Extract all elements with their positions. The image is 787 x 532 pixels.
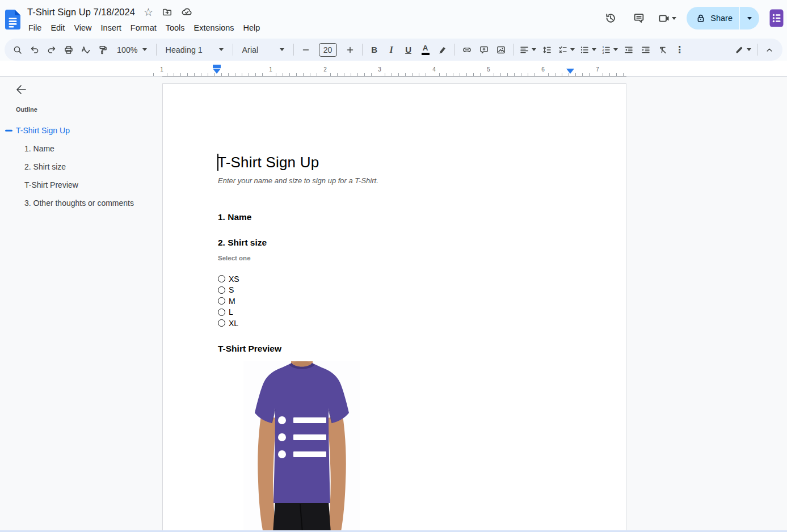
outline-item-3-other-thoughts-or-comments[interactable]: 3. Other thoughts or comments — [0, 194, 154, 212]
version-history-icon[interactable] — [599, 6, 622, 30]
ruler-tick — [514, 73, 515, 76]
underline-icon[interactable]: U — [401, 41, 416, 58]
tshirt-preview-image[interactable] — [243, 361, 360, 532]
font-size-input[interactable]: 20 — [315, 41, 341, 58]
menu-extensions[interactable]: Extensions — [190, 21, 239, 35]
search-icon[interactable] — [10, 41, 26, 58]
outline-list: T-Shirt Sign Up1. Name2. Shirt sizeT-Shi… — [0, 121, 154, 212]
ruler-tick — [296, 73, 297, 76]
radio-circle-icon[interactable] — [218, 297, 225, 305]
document-canvas: Outline T-Shirt Sign Up1. Name2. Shirt s… — [0, 77, 787, 532]
menu-file[interactable]: File — [24, 21, 46, 35]
insert-link-icon[interactable] — [459, 41, 475, 58]
font-size-decrease-icon[interactable] — [298, 41, 314, 58]
more-options-icon[interactable]: ⋮ — [672, 41, 688, 58]
move-to-folder-icon[interactable] — [162, 7, 172, 18]
document-title[interactable]: T-Shirt Sign Up 7/18/2024 — [27, 7, 135, 18]
paint-format-icon[interactable] — [95, 41, 111, 58]
clear-formatting-icon[interactable] — [655, 41, 671, 58]
outline-heading: Outline — [16, 106, 37, 113]
ruler-tick — [317, 73, 317, 76]
decrease-indent-icon[interactable] — [621, 41, 637, 58]
cloud-saved-icon[interactable] — [181, 6, 192, 18]
menu-bar: FileEditViewInsertFormatToolsExtensionsH… — [24, 21, 264, 35]
doc-heading-title[interactable]: T-Shirt Sign Up — [217, 154, 319, 171]
radio-circle-icon[interactable] — [218, 275, 225, 282]
font-size-increase-icon[interactable] — [342, 41, 358, 58]
toolbar-divider — [362, 44, 363, 56]
ruler-tick — [364, 73, 365, 76]
outline-item-2-shirt-size[interactable]: 2. Shirt size — [0, 158, 154, 176]
outline-item-t-shirt-sign-up[interactable]: T-Shirt Sign Up — [0, 121, 154, 140]
ruler-tick — [623, 73, 624, 76]
ruler-tick — [473, 73, 474, 76]
zoom-select[interactable]: 100% — [112, 41, 152, 58]
doc-heading-name[interactable]: 1. Name — [218, 212, 251, 222]
ruler-tick — [446, 73, 447, 76]
bulleted-list-icon[interactable] — [578, 41, 598, 58]
doc-heading-shirt-size[interactable]: 2. Shirt size — [218, 238, 267, 248]
numbered-list-icon[interactable]: 123 — [599, 41, 620, 58]
align-icon[interactable] — [517, 41, 538, 58]
doc-subtitle-text[interactable]: Enter your name and size to sign up for … — [218, 176, 378, 185]
highlight-color-icon[interactable] — [435, 41, 451, 58]
styles-select[interactable]: Heading 1 — [161, 41, 229, 58]
open-comments-icon[interactable] — [627, 6, 651, 30]
outline-item-label: T-Shirt Sign Up — [16, 126, 70, 135]
share-button[interactable]: Share — [687, 7, 739, 29]
ruler-tick — [616, 73, 617, 76]
ruler-tick — [528, 73, 528, 76]
add-comment-icon[interactable] — [476, 41, 492, 58]
google-docs-logo-icon[interactable] — [5, 10, 20, 29]
star-icon[interactable]: ☆ — [144, 7, 153, 18]
first-line-indent-marker[interactable] — [213, 65, 221, 68]
video-call-caret-icon[interactable] — [672, 17, 676, 20]
menu-view[interactable]: View — [69, 21, 96, 35]
outline-item-1-name[interactable]: 1. Name — [0, 140, 154, 158]
ruler-tick — [412, 73, 413, 76]
share-options-caret[interactable] — [739, 7, 759, 29]
font-select[interactable]: Arial — [237, 41, 289, 58]
outline-item-t-shirt-preview[interactable]: T-Shirt Preview — [0, 176, 154, 194]
ruler-tick — [276, 73, 276, 76]
join-video-call-button[interactable] — [655, 12, 679, 25]
svg-text:3: 3 — [602, 50, 604, 54]
ruler-tick — [371, 73, 372, 76]
radio-circle-icon[interactable] — [218, 309, 225, 316]
insert-image-icon[interactable] — [493, 41, 509, 58]
menu-format[interactable]: Format — [126, 21, 161, 35]
forms-app-icon[interactable] — [769, 9, 784, 27]
italic-icon[interactable]: I — [384, 41, 399, 58]
ruler-tick — [548, 73, 549, 76]
redo-icon[interactable] — [44, 41, 60, 58]
doc-select-one-label: Select one — [218, 255, 251, 261]
size-option-row-m: M — [218, 295, 239, 307]
document-page[interactable]: T-Shirt Sign Up Enter your name and size… — [162, 83, 626, 532]
checklist-icon[interactable] — [556, 41, 576, 58]
close-outline-back-arrow-icon[interactable] — [14, 83, 28, 96]
text-color-icon[interactable]: A — [418, 41, 434, 58]
menu-tools[interactable]: Tools — [161, 21, 190, 35]
menu-insert[interactable]: Insert — [96, 21, 126, 35]
ruler-tick — [535, 73, 535, 76]
collapse-toolbar-icon[interactable] — [761, 41, 777, 58]
ruler-tick — [153, 73, 154, 76]
print-icon[interactable] — [61, 41, 77, 58]
menu-help[interactable]: Help — [239, 21, 265, 35]
horizontal-ruler: 11234567 — [0, 61, 787, 77]
ruler-number: 3 — [378, 66, 381, 73]
editing-mode-icon[interactable] — [733, 41, 753, 58]
increase-indent-icon[interactable] — [638, 41, 654, 58]
radio-circle-icon[interactable] — [218, 319, 225, 327]
spellcheck-icon[interactable] — [78, 41, 94, 58]
undo-icon[interactable] — [27, 41, 43, 58]
toolbar-divider — [233, 44, 233, 56]
right-indent-marker[interactable] — [566, 69, 574, 74]
menu-edit[interactable]: Edit — [46, 21, 69, 35]
bold-icon[interactable]: B — [367, 41, 382, 58]
doc-heading-preview[interactable]: T-Shirt Preview — [218, 344, 281, 354]
radio-circle-icon[interactable] — [218, 286, 225, 294]
ruler-tick — [174, 73, 174, 76]
ruler-tick — [419, 73, 419, 76]
line-spacing-icon[interactable] — [539, 41, 555, 58]
